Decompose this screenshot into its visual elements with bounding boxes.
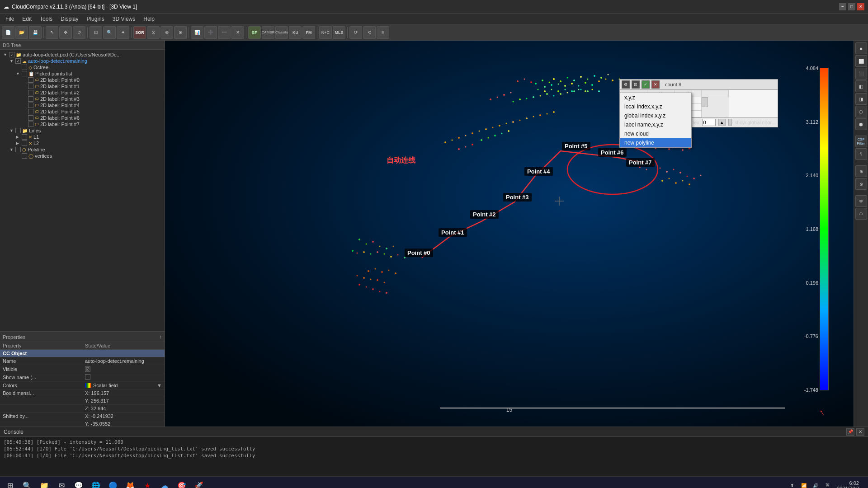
tree-check-root[interactable]: ✓: [9, 52, 14, 57]
tree-check-remaining[interactable]: ✓: [15, 58, 21, 64]
menu-file[interactable]: File: [2, 15, 18, 23]
taskbar-cloudcompare[interactable]: ☁: [156, 478, 173, 488]
taskbar-clock[interactable]: 6:02 2021/7/13: [837, 480, 859, 488]
menu-help[interactable]: Help: [140, 15, 158, 23]
dropdown-label[interactable]: label name,x,y,z: [620, 120, 691, 129]
tb-sf[interactable]: SF: [248, 26, 261, 39]
tb-open[interactable]: 📂: [15, 26, 28, 39]
rt-btn-6[interactable]: ⬡: [855, 106, 867, 117]
dropdown-local[interactable]: local index,x,y,z: [620, 102, 691, 111]
tree-check-vertices[interactable]: [22, 153, 27, 159]
menu-tools[interactable]: Tools: [36, 15, 56, 23]
tree-check-polyline[interactable]: [15, 147, 21, 152]
db-tree-content[interactable]: ▼ ✓ 📁 auto-loop-detect.pcd (C:/Users/Neu…: [0, 50, 165, 331]
tray-lang[interactable]: 英: [822, 481, 832, 488]
tree-check-octree[interactable]: [22, 65, 27, 70]
tree-arrow-picked[interactable]: ▼: [16, 71, 20, 76]
rt-btn-5[interactable]: ◨: [855, 93, 867, 105]
taskbar-explorer[interactable]: 📁: [36, 478, 52, 488]
tree-check-lines[interactable]: [15, 128, 21, 133]
visible-checkbox[interactable]: ☑: [85, 366, 90, 372]
taskbar-outlook[interactable]: ✉: [53, 478, 70, 488]
show-desktop-btn[interactable]: [863, 478, 866, 488]
tb-new[interactable]: 📄: [2, 26, 14, 39]
tb-chart[interactable]: 📊: [191, 26, 203, 39]
rt-btn-3[interactable]: ⬛: [855, 68, 867, 80]
tb-zoom-in[interactable]: 🔍: [103, 26, 116, 39]
taskbar-app6[interactable]: 🚀: [191, 478, 207, 488]
rt-csf-filter[interactable]: CSFFilter: [855, 136, 867, 147]
tree-item-pt5[interactable]: 🏷 2D label: Point #5: [2, 108, 163, 115]
dropdown-new-cloud[interactable]: new cloud: [620, 129, 691, 138]
tb-point-pick[interactable]: ✦: [117, 26, 129, 39]
tb-classify[interactable]: Classify: [275, 26, 288, 39]
tb-translate[interactable]: ✥: [59, 26, 72, 39]
pts-toggle-btn[interactable]: ⊡: [632, 80, 640, 89]
prop-val-visible[interactable]: ☑: [82, 365, 165, 373]
console-pin-btn[interactable]: 📌: [846, 428, 854, 436]
tree-arrow-lines[interactable]: ▼: [9, 128, 14, 133]
dropdown-new-polyline[interactable]: new polyline: [620, 138, 691, 147]
prop-val-colors[interactable]: Scalar field ▼: [82, 382, 165, 389]
taskbar-wechat[interactable]: 💬: [71, 478, 87, 488]
pts-ok-btn[interactable]: ✓: [642, 80, 650, 89]
tree-check-l1[interactable]: [22, 134, 27, 140]
rt-btn-eye[interactable]: 👁: [855, 195, 867, 207]
rt-btn-4[interactable]: ◧: [855, 80, 867, 92]
tree-arrow-polyline[interactable]: ▼: [9, 147, 14, 152]
tb-save[interactable]: 💾: [29, 26, 42, 39]
tb-rotate[interactable]: ↺: [73, 26, 85, 39]
tray-network[interactable]: 📶: [799, 481, 809, 488]
tree-item-pt7[interactable]: 🏷 2D label: Point #7: [2, 121, 163, 127]
tree-item-lines[interactable]: ▼ 📁 Lines: [2, 127, 163, 134]
tb-zoom-fit[interactable]: ⊡: [90, 26, 102, 39]
tb-camsr[interactable]: CAMSR: [262, 26, 274, 39]
tree-item-pt1[interactable]: 🏷 2D label: Point #1: [2, 83, 163, 89]
tree-check-pt5[interactable]: [28, 109, 33, 114]
tb-sor[interactable]: SOR: [133, 26, 146, 39]
pts-close-btn[interactable]: ✕: [651, 80, 660, 89]
console-close-btn[interactable]: ✕: [856, 428, 864, 436]
tree-item-picked-list[interactable]: ▼ 📋 Picked points list: [2, 70, 163, 77]
taskbar-app5[interactable]: 🎯: [174, 478, 190, 488]
tree-arrow-l1[interactable]: ▶: [16, 135, 20, 139]
tb-nc[interactable]: N+C: [319, 26, 332, 39]
tree-check-pt7[interactable]: [28, 122, 33, 127]
dropdown-xyz[interactable]: x,y,z: [620, 93, 691, 102]
prop-val-showname[interactable]: [82, 373, 165, 382]
tree-check-l2[interactable]: [22, 141, 27, 146]
show-global-check[interactable]: ☐: [728, 119, 732, 126]
pts-scrollbar[interactable]: ▲ ▼: [702, 97, 708, 107]
rt-btn-1[interactable]: ■: [855, 42, 867, 54]
dropdown-global[interactable]: global index,x,y,z: [620, 111, 691, 120]
tree-item-pt2[interactable]: 🏷 2D label: Point #2: [2, 89, 163, 96]
colors-dropdown-arrow[interactable]: ▼: [157, 383, 162, 388]
taskbar-start[interactable]: ⊞: [2, 478, 18, 488]
tb-mls[interactable]: MLS: [333, 26, 345, 39]
tree-item-vertices[interactable]: ◯ vertices: [2, 153, 163, 159]
taskbar-app3[interactable]: ★: [139, 478, 156, 488]
prop-expand-icon[interactable]: ↕: [160, 334, 162, 339]
showname-checkbox[interactable]: [85, 374, 90, 380]
minimize-button[interactable]: −: [839, 3, 846, 10]
tree-check-pt6[interactable]: [28, 115, 33, 121]
tree-check-pt4[interactable]: [28, 103, 33, 108]
tree-item-root[interactable]: ▼ ✓ 📁 auto-loop-detect.pcd (C:/Users/Neu…: [2, 52, 163, 58]
pts-settings-btn[interactable]: ⚙: [622, 80, 630, 89]
3d-view[interactable]: 自动连线 Point #0 Point #1 Point #2 Point #3…: [165, 41, 854, 427]
taskbar-search[interactable]: 🔍: [19, 478, 35, 488]
rt-btn-p[interactable]: ⊗: [855, 178, 867, 190]
tree-item-l2[interactable]: ▶ ✕ L2: [2, 140, 163, 146]
tree-item-l1[interactable]: ▶ ✕ L1: [2, 134, 163, 140]
tb-select[interactable]: ↖: [46, 26, 58, 39]
tb-filter1[interactable]: ⧖: [147, 26, 160, 39]
tb-merge[interactable]: ⊗: [174, 26, 187, 39]
tree-check-picked[interactable]: [22, 71, 27, 76]
tree-check-pt3[interactable]: [28, 96, 33, 102]
rt-btn-n[interactable]: Ñ: [855, 148, 867, 160]
start-index-stepper[interactable]: ▲: [718, 119, 726, 126]
tb-misc2[interactable]: ⟲: [363, 26, 376, 39]
rt-btn-m[interactable]: ⊕: [855, 165, 867, 177]
tb-kd[interactable]: Kd: [289, 26, 302, 39]
tree-item-pt6[interactable]: 🏷 2D label: Point #6: [2, 115, 163, 121]
